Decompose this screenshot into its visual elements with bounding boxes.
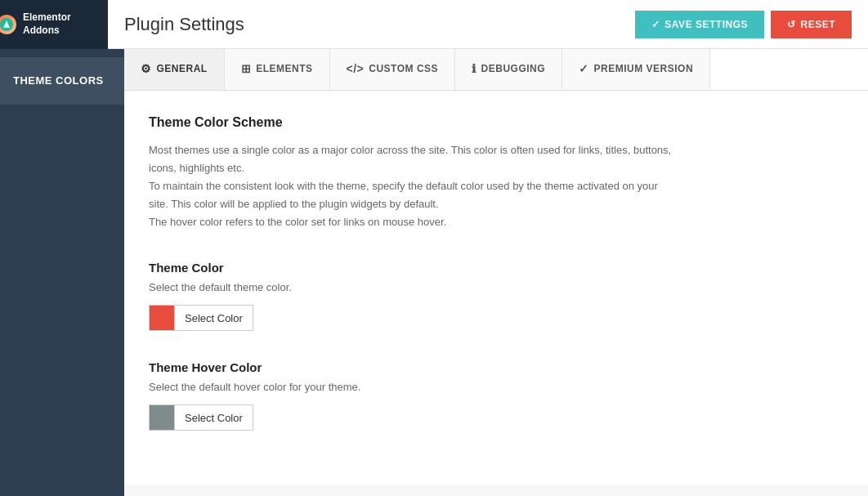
save-label: SAVE SETTINGS [664,19,748,30]
content-body: Theme Color Scheme Most themes use a sin… [124,91,868,485]
tab-elements[interactable]: ⊞ ELEMENTS [225,49,330,90]
custom-css-icon: </> [347,62,365,75]
tab-custom-css-label: CUSTOM CSS [369,63,438,74]
tab-general[interactable]: ⚙ GENERAL [124,49,225,90]
theme-color-label: Theme Color [149,261,843,275]
reset-icon: ↺ [787,19,796,30]
theme-color-group: Theme Color Select the default theme col… [149,261,843,331]
tab-general-label: GENERAL [157,63,208,74]
page-title: Plugin Settings [124,14,244,35]
hover-color-picker-row: Select Color [149,404,843,431]
hover-color-label: Theme Hover Color [149,360,843,374]
tab-premium-label: PREMIUM VERSION [594,63,694,74]
sidebar-item-label: THEME COLORS [13,74,104,87]
premium-icon: ✓ [579,62,589,75]
save-icon: ✓ [651,19,660,30]
tab-debugging[interactable]: ℹ DEBUGGING [455,49,562,90]
sidebar-item-theme-colors[interactable]: THEME COLORS [0,57,124,105]
scheme-desc: Most themes use a single color as a majo… [149,141,680,231]
logo-area: Elementor Addons [0,0,108,49]
hover-color-group: Theme Hover Color Select the default hov… [149,360,843,431]
logo-text: Elementor Addons [23,11,95,37]
tab-elements-label: ELEMENTS [256,63,312,74]
top-header: Elementor Addons Plugin Settings ✓ SAVE … [0,0,868,49]
scheme-desc-2: To maintain the consistent look with the… [149,180,658,210]
hover-color-select-button[interactable]: Select Color [175,404,253,431]
hover-color-desc: Select the default hover color for your … [149,381,843,393]
sidebar: THEME COLORS [0,49,124,496]
app-layout: THEME COLORS ⚙ GENERAL ⊞ ELEMENTS </> CU… [0,49,868,496]
scheme-section: Theme Color Scheme Most themes use a sin… [149,115,843,231]
tab-debugging-label: DEBUGGING [481,63,546,74]
theme-color-desc: Select the default theme color. [149,281,843,293]
hover-color-swatch[interactable] [149,404,175,431]
main-content: ⚙ GENERAL ⊞ ELEMENTS </> CUSTOM CSS ℹ DE… [124,49,868,496]
theme-color-swatch[interactable] [149,305,175,331]
debugging-icon: ℹ [472,62,477,75]
reset-button[interactable]: ↺ RESET [771,11,852,38]
general-icon: ⚙ [141,62,152,75]
tabs-bar: ⚙ GENERAL ⊞ ELEMENTS </> CUSTOM CSS ℹ DE… [124,49,868,91]
theme-color-select-button[interactable]: Select Color [175,305,253,331]
logo-icon [0,15,16,34]
scheme-desc-3: The hover color refers to the color set … [149,216,446,228]
scheme-title: Theme Color Scheme [149,115,843,130]
reset-label: RESET [800,19,835,30]
theme-color-picker-row: Select Color [149,305,843,331]
tab-premium-version[interactable]: ✓ PREMIUM VERSION [562,49,710,90]
scheme-desc-1: Most themes use a single color as a majo… [149,144,671,174]
elements-icon: ⊞ [241,62,252,75]
header-buttons: ✓ SAVE SETTINGS ↺ RESET [635,11,852,38]
save-settings-button[interactable]: ✓ SAVE SETTINGS [635,11,764,38]
tab-custom-css[interactable]: </> CUSTOM CSS [330,49,456,90]
